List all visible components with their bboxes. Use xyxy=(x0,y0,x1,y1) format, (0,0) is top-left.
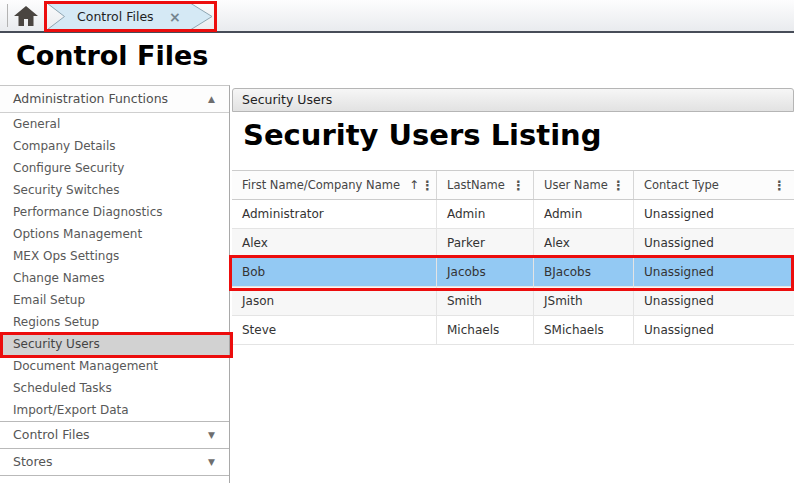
sidebar-item-options-management[interactable]: Options Management xyxy=(0,223,229,245)
cell-last-name: Smith xyxy=(437,287,534,315)
sidebar-section-administration-functions[interactable]: Administration Functions ▲ xyxy=(0,86,229,113)
cell-user-name: SMichaels xyxy=(534,316,634,344)
page-title: Control Files xyxy=(16,40,208,71)
cell-last-name: Jacobs xyxy=(437,258,534,286)
cell-last-name: Michaels xyxy=(437,316,534,344)
column-menu-icon[interactable]: ⋮ xyxy=(419,178,436,193)
sidebar-section-label: Stores xyxy=(13,454,53,469)
table-row-steve[interactable]: Steve Michaels SMichaels Unassigned xyxy=(232,316,794,345)
table-row-alex[interactable]: Alex Parker Alex Unassigned xyxy=(232,229,794,258)
cell-last-name: Parker xyxy=(437,229,534,257)
sidebar-item-email-setup[interactable]: Email Setup xyxy=(0,289,229,311)
panel-header-label: Security Users xyxy=(242,92,332,107)
column-header-contact-type[interactable]: Contact Type ⋮ xyxy=(634,171,794,199)
sidebar: Administration Functions ▲ General Compa… xyxy=(0,85,230,483)
security-users-grid: First Name/Company Name ↑ ⋮ LastName ⋮ U… xyxy=(232,170,794,345)
sidebar-item-change-names[interactable]: Change Names xyxy=(0,267,229,289)
cell-first-name: Bob xyxy=(232,258,437,286)
column-label: First Name/Company Name xyxy=(242,178,400,192)
panel-header: Security Users xyxy=(232,88,794,112)
sort-asc-icon: ↑ xyxy=(409,178,419,192)
tab-close-icon[interactable]: × xyxy=(169,9,181,25)
cell-contact-type: Unassigned xyxy=(634,316,794,344)
table-row-jason[interactable]: Jason Smith JSmith Unassigned xyxy=(232,287,794,316)
collapse-icon[interactable]: ▲ xyxy=(208,86,215,112)
cell-contact-type: Unassigned xyxy=(634,287,794,315)
sidebar-item-regions-setup[interactable]: Regions Setup xyxy=(0,311,229,333)
sidebar-item-document-management[interactable]: Document Management xyxy=(0,355,229,377)
sidebar-item-general[interactable]: General xyxy=(0,113,229,135)
panel-title: Security Users Listing xyxy=(243,118,602,152)
tab-control-files[interactable]: Control Files × xyxy=(47,3,213,30)
tabbar-divider xyxy=(7,4,8,27)
cell-last-name: Admin xyxy=(437,200,534,228)
expand-icon[interactable]: ▼ xyxy=(208,422,215,448)
sidebar-item-scheduled-tasks[interactable]: Scheduled Tasks xyxy=(0,377,229,399)
cell-contact-type: Unassigned xyxy=(634,200,794,228)
cell-user-name: BJacobs xyxy=(534,258,634,286)
cell-user-name: Alex xyxy=(534,229,634,257)
tab-label: Control Files xyxy=(77,9,154,24)
sidebar-item-import-export-data[interactable]: Import/Export Data xyxy=(0,399,229,421)
column-header-first-name[interactable]: First Name/Company Name ↑ ⋮ xyxy=(232,171,437,199)
column-header-user-name[interactable]: User Name ⋮ xyxy=(534,171,634,199)
cell-contact-type: Unassigned xyxy=(634,258,794,286)
app-window: Control Files × Control Files Administra… xyxy=(0,0,794,483)
sidebar-item-mex-ops-settings[interactable]: MEX Ops Settings xyxy=(0,245,229,267)
cell-first-name: Steve xyxy=(232,316,437,344)
sidebar-item-performance-diagnostics[interactable]: Performance Diagnostics xyxy=(0,201,229,223)
tab-bar: Control Files × xyxy=(0,0,794,33)
grid-header-row: First Name/Company Name ↑ ⋮ LastName ⋮ U… xyxy=(232,170,794,200)
table-row-bob-selected[interactable]: Bob Jacobs BJacobs Unassigned xyxy=(232,258,794,287)
cell-user-name: Admin xyxy=(534,200,634,228)
cell-contact-type: Unassigned xyxy=(634,229,794,257)
cell-first-name: Alex xyxy=(232,229,437,257)
column-menu-icon[interactable]: ⋮ xyxy=(510,178,527,193)
column-label: User Name xyxy=(544,178,608,192)
sidebar-item-security-switches[interactable]: Security Switches xyxy=(0,179,229,201)
sidebar-section-stores[interactable]: Stores ▼ xyxy=(0,448,229,475)
sidebar-section-label: Administration Functions xyxy=(13,91,168,106)
sidebar-bottom-divider xyxy=(0,475,229,476)
home-icon[interactable] xyxy=(13,5,39,27)
column-menu-icon[interactable]: ⋮ xyxy=(610,178,627,193)
sidebar-section-label: Control Files xyxy=(13,427,90,442)
cell-first-name: Administrator xyxy=(232,200,437,228)
table-row-administrator[interactable]: Administrator Admin Admin Unassigned xyxy=(232,200,794,229)
column-header-lastname[interactable]: LastName ⋮ xyxy=(437,171,534,199)
cell-first-name: Jason xyxy=(232,287,437,315)
column-menu-icon[interactable]: ⋮ xyxy=(771,178,788,193)
column-label: Contact Type xyxy=(644,178,719,192)
sidebar-section-control-files[interactable]: Control Files ▼ xyxy=(0,421,229,448)
sidebar-item-configure-security[interactable]: Configure Security xyxy=(0,157,229,179)
expand-icon[interactable]: ▼ xyxy=(208,449,215,475)
cell-user-name: JSmith xyxy=(534,287,634,315)
sidebar-item-security-users[interactable]: Security Users xyxy=(0,333,229,355)
sidebar-item-company-details[interactable]: Company Details xyxy=(0,135,229,157)
column-label: LastName xyxy=(447,178,505,192)
